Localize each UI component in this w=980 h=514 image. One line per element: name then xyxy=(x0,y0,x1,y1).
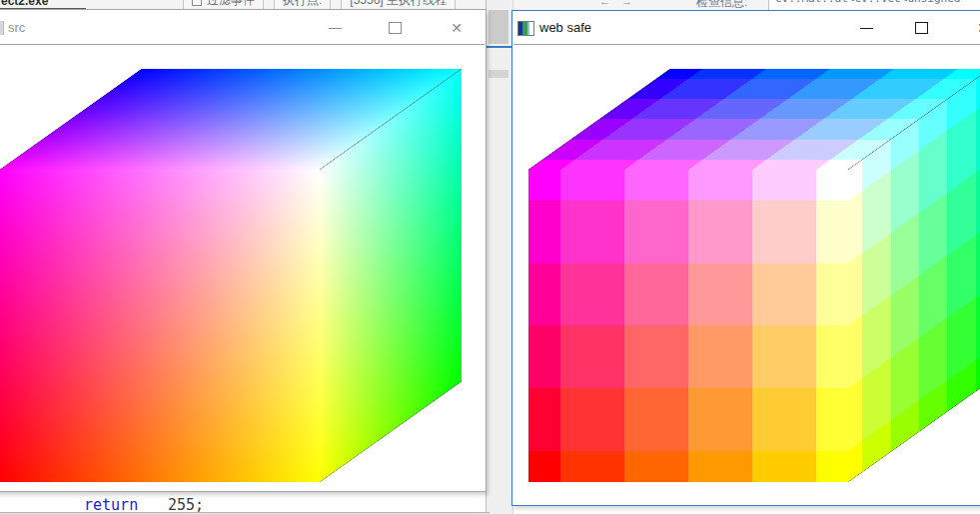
watch-value: cv::Mat::at<cv::Vec<unsigned xyxy=(775,0,960,5)
rgb-cube-websafe-face-front xyxy=(528,170,848,482)
maximize-icon xyxy=(915,22,928,34)
ide-vertical-scrollbar[interactable] xyxy=(486,0,513,514)
scrollbar-thumb-small[interactable] xyxy=(489,70,508,78)
src-minimize-button[interactable] xyxy=(325,18,345,38)
watch-value-box[interactable]: cv::Mat::at<cv::Vec<unsigned xyxy=(768,0,980,10)
src-title-separator xyxy=(0,44,485,45)
ide-app-title: ect2.exe xyxy=(1,0,48,8)
screenshot-stage: ect2.exe 过滤事件 执行点: [5556] 主执行线程 ← → 检查信息… xyxy=(0,0,980,514)
minimize-icon xyxy=(329,28,342,29)
websafe-title-separator xyxy=(513,44,980,45)
maximize-icon xyxy=(389,22,402,34)
src-close-button[interactable]: ✕ xyxy=(447,18,467,38)
websafe-minimize-button[interactable] xyxy=(856,18,876,38)
watch-label: 检查信息: xyxy=(696,0,747,10)
src-titlebar[interactable] xyxy=(0,10,486,45)
minimize-icon xyxy=(860,28,873,29)
opencv-window-icon xyxy=(517,21,534,36)
close-icon: ✕ xyxy=(451,21,463,35)
websafe-close-button[interactable]: ✕ xyxy=(973,18,980,38)
src-window-icon xyxy=(0,21,4,35)
rgb-cube-smooth-face-front xyxy=(0,170,320,482)
websafe-maximize-button[interactable] xyxy=(911,18,931,38)
nav-arrows-icon[interactable]: ← → xyxy=(599,0,636,7)
scrollbar-thumb[interactable] xyxy=(489,10,508,44)
src-window-title: src xyxy=(8,20,25,35)
websafe-window-title: web safe xyxy=(539,20,591,35)
checkbox-icon[interactable] xyxy=(192,0,202,6)
ide-blue-divider xyxy=(487,46,512,48)
src-maximize-button[interactable] xyxy=(385,18,405,38)
